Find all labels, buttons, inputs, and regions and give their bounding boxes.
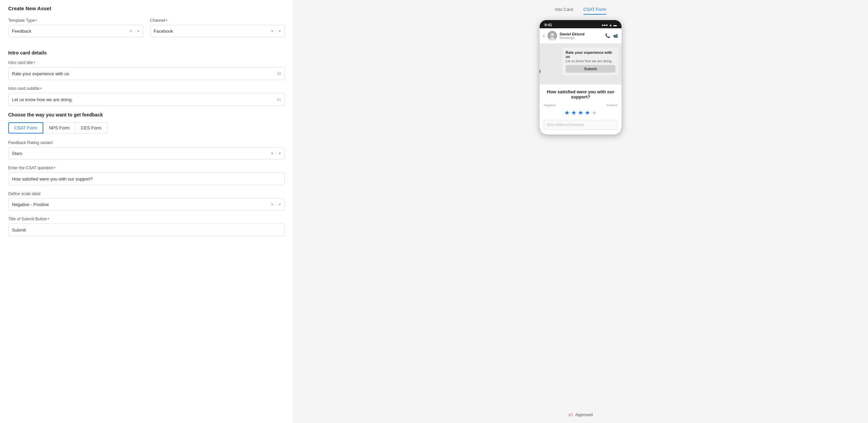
csat-question-group: Enter the CSAT question• — [8, 166, 285, 185]
messenger-header: ‹ Daniel Eklund Messenger 📞 📹 — [540, 28, 622, 44]
feedback-tabs: CSAT Form NPS Form CES Form — [8, 122, 285, 134]
preview-tab-intro[interactable]: Into Card — [555, 7, 573, 15]
chevron-down-icon: ▾ — [137, 29, 139, 33]
submit-button-input[interactable] — [8, 223, 285, 236]
chevron-down-scale-icon: ▾ — [279, 202, 281, 207]
star-4[interactable]: ★ — [585, 109, 590, 116]
chevron-down-icon-channel: ▾ — [279, 29, 281, 33]
rating-labels: Negative Positive — [544, 104, 617, 107]
submit-title-group: Title of Submit Button• — [8, 217, 285, 236]
tab-nps-form[interactable]: NPS Form — [43, 122, 75, 134]
chat-bubble-sub: Let us know how we are doing. — [566, 59, 615, 63]
star-5[interactable]: ★ — [592, 109, 597, 116]
approved-icon: 🏷 — [568, 412, 573, 418]
scale-label-value: Negative - Positive — [12, 202, 49, 207]
clear-template-icon[interactable]: ✕ — [129, 29, 132, 33]
tab-csat-form[interactable]: CSAT Form — [8, 122, 43, 134]
channel-label: Channel• — [150, 18, 285, 23]
contact-name: Daniel Eklund — [560, 32, 602, 36]
back-icon[interactable]: ‹ — [543, 33, 545, 38]
phone-status-bar: 9:41 ●●● ▲ ▬ — [540, 20, 622, 28]
clear-rating-icon[interactable]: ✕ — [271, 151, 274, 156]
left-panel: Create New Asset Template Type• Feedback… — [0, 0, 293, 423]
chat-bubble-wrapper: D Rate your experience with us Let us kn… — [542, 48, 619, 75]
choose-feedback-label: Choose the way you want to get feedback — [8, 112, 285, 118]
form-card-title: How satisfied were you with our support? — [544, 89, 617, 99]
channel-group: Channel• Facebook ✕ | ▾ — [150, 18, 285, 37]
rating-variant-value: Stars — [12, 151, 22, 156]
tab-ces-form[interactable]: CES Form — [75, 122, 107, 134]
approved-bar: 🏷 Approved — [568, 412, 593, 418]
intro-title-input-wrapper: 32 — [8, 67, 285, 80]
phone-time: 9:41 — [544, 23, 552, 27]
star-1[interactable]: ★ — [564, 109, 570, 116]
template-type-label: Template Type• — [8, 18, 143, 23]
template-type-value: Feedback — [12, 29, 31, 34]
scale-label-label: Define scale label — [8, 191, 285, 196]
chevron-down-rating-icon: ▾ — [279, 151, 281, 156]
battery-icon: ▬ — [613, 23, 617, 27]
intro-subtitle-label: Intro card subtitle• — [8, 86, 285, 91]
clear-channel-icon[interactable]: ✕ — [271, 29, 274, 33]
rating-negative: Negative — [544, 104, 556, 107]
additional-feedback-placeholder: Give additional feedback — [544, 120, 617, 130]
scale-label-group: Define scale label Negative - Positive ✕… — [8, 191, 285, 210]
submit-button-label: Title of Submit Button• — [8, 217, 285, 221]
intro-subtitle-char-count: 51 — [277, 97, 281, 101]
csat-question-label: Enter the CSAT question• — [8, 166, 285, 170]
csat-form-card: How satisfied were you with our support?… — [540, 84, 622, 135]
scale-label-select[interactable]: Negative - Positive ✕ | ▾ — [8, 198, 285, 210]
stars-row: ★ ★ ★ ★ ★ — [544, 109, 617, 116]
page-title: Create New Asset — [8, 5, 285, 11]
chat-bubble: Rate your experience with us Let us know… — [562, 48, 619, 75]
chat-bubble-title: Rate your experience with us — [566, 50, 615, 59]
svg-point-1 — [551, 33, 554, 36]
template-type-select[interactable]: Feedback ✕ | ▾ — [8, 25, 143, 37]
intro-title-group: Intro card title• 32 — [8, 60, 285, 80]
chat-area: D Rate your experience with us Let us kn… — [540, 44, 622, 84]
contact-sub: Messenger — [560, 36, 602, 40]
phone-mockup: 9:41 ●●● ▲ ▬ ‹ Daniel Ek — [540, 20, 622, 135]
rating-variant-group: Feedback Rating variant Stars ✕ | ▾ — [8, 140, 285, 159]
template-type-group: Template Type• Feedback ✕ | ▾ — [8, 18, 143, 37]
phone-call-icon[interactable]: 📞 — [605, 33, 610, 38]
csat-question-input[interactable] — [8, 172, 285, 185]
rating-variant-label: Feedback Rating variant — [8, 140, 285, 145]
intro-subtitle-input[interactable] — [8, 93, 285, 106]
chat-submit-btn[interactable]: Submit — [566, 65, 615, 73]
contact-avatar — [548, 31, 557, 41]
right-panel: Into Card CSAT Form 9:41 ●●● ▲ ▬ ‹ — [293, 0, 868, 423]
preview-tab-csat[interactable]: CSAT Form — [583, 7, 606, 15]
rating-positive: Positive — [607, 104, 617, 107]
top-form-row: Template Type• Feedback ✕ | ▾ Channel• F… — [8, 18, 285, 43]
preview-tabs: Into Card CSAT Form — [555, 7, 607, 15]
intro-subtitle-group: Intro card subtitle• 51 — [8, 86, 285, 106]
signal-icon: ●●● — [602, 23, 608, 27]
channel-value: Facebook — [154, 29, 173, 34]
intro-title-char-count: 32 — [277, 72, 281, 76]
star-2[interactable]: ★ — [571, 109, 577, 116]
rating-variant-select[interactable]: Stars ✕ | ▾ — [8, 147, 285, 159]
chat-avatar: D — [540, 68, 540, 75]
star-3[interactable]: ★ — [578, 109, 583, 116]
channel-select[interactable]: Facebook ✕ | ▾ — [150, 25, 285, 37]
video-call-icon[interactable]: 📹 — [613, 33, 618, 38]
wifi-icon: ▲ — [609, 23, 612, 27]
intro-subtitle-input-wrapper: 51 — [8, 93, 285, 106]
intro-title-label: Intro card title• — [8, 60, 285, 65]
intro-title-input[interactable] — [8, 67, 285, 80]
intro-section-title: Intro card details — [8, 50, 285, 56]
clear-scale-icon[interactable]: ✕ — [271, 202, 274, 207]
approved-label: Approved — [575, 412, 593, 417]
